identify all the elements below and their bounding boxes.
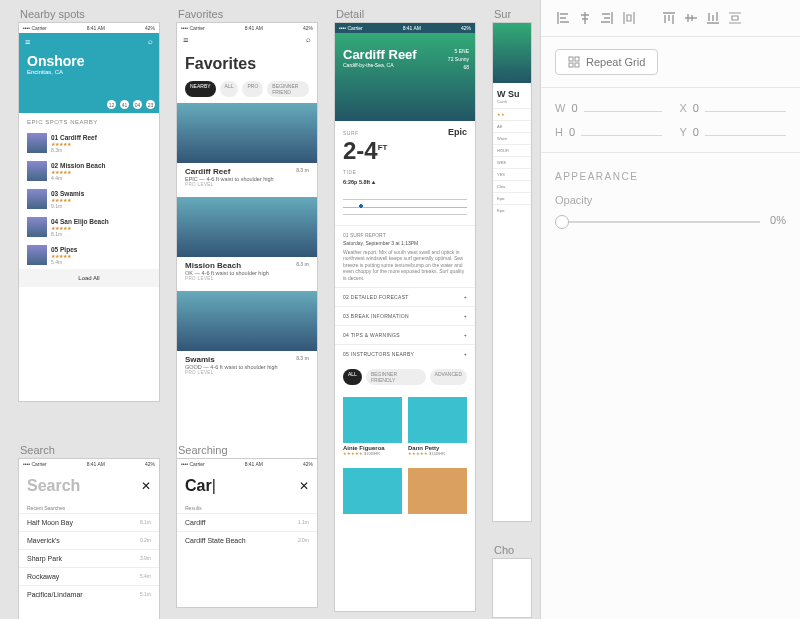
align-center-v-icon[interactable] (683, 10, 699, 26)
brand-logo: Onshore (27, 53, 85, 69)
svg-rect-3 (575, 63, 579, 67)
menu-icon[interactable]: ≡ (183, 35, 188, 45)
fav-photo (177, 197, 317, 257)
spot-thumb (27, 161, 47, 181)
spot-row[interactable]: 01 Cardiff Reef ★★★★★ 8.3m (19, 129, 159, 157)
plus-icon: + (464, 351, 467, 357)
artboard-label-choose: Cho (492, 540, 516, 560)
spot-row[interactable]: 03 Swamis ★★★★★ 9.1m (19, 185, 159, 213)
opacity-slider[interactable]: 0% (555, 214, 786, 230)
artboard-search[interactable]: •••• Carrier8:41 AM42% ✕ Search Recent S… (18, 458, 160, 619)
opacity-label: Opacity (555, 194, 786, 206)
svg-rect-1 (575, 57, 579, 61)
search-result[interactable]: Pacifica/Lindamar5.1m (19, 585, 159, 603)
section-heading: EPIC SPOTS NEARBY (19, 113, 159, 129)
artboard-surf-report[interactable]: W Su Cardi ★★ AEWaveHOURWEEYESCleaEpicEp… (492, 22, 532, 522)
fav-item[interactable]: Mission Beach8.3 m OK — 4-6 ft waist to … (177, 257, 317, 291)
tide-chart (343, 195, 467, 219)
fav-item[interactable]: Swamis8.3 m GOOD — 4-6 ft waist to shoul… (177, 351, 317, 385)
x-input[interactable]: 0 (693, 102, 699, 114)
accordion-row[interactable]: 03 BREAK INFORMATION+ (335, 306, 475, 325)
height-input[interactable]: 0 (569, 126, 575, 138)
surf-report-heading: 01 SURF REPORT (335, 225, 475, 240)
search-result[interactable]: Half Moon Bay8.1m (19, 513, 159, 531)
fav-photo (177, 291, 317, 351)
align-toolbar (541, 0, 800, 37)
artboard-label-favorites: Favorites (176, 4, 225, 24)
surf-report-body: Saturday, September 3 at 1:13PM Weather … (335, 240, 475, 287)
close-icon[interactable]: ✕ (299, 479, 309, 493)
artboard-label-nearby: Nearby spots (18, 4, 87, 24)
search-result[interactable]: Rockaway5.4m (19, 567, 159, 585)
artboard-label-surf: Sur (492, 4, 513, 24)
artboard-label-search: Search (18, 440, 57, 460)
menu-icon[interactable]: ≡ (25, 37, 30, 47)
instructor-card[interactable]: Dann Petty ★★★★★ $140/HR (408, 397, 467, 456)
align-top-icon[interactable] (661, 10, 677, 26)
width-input[interactable]: 0 (571, 102, 577, 114)
artboard-nearby[interactable]: •••• Carrier8:41 AM42% ≡ ⌕ Onshore Encin… (18, 22, 160, 402)
grid-icon (568, 56, 580, 68)
load-all-button[interactable]: Load All (19, 269, 159, 287)
search-input[interactable]: Car| (177, 469, 317, 503)
fav-photo (177, 103, 317, 163)
spot-thumb (27, 189, 47, 209)
spot-thumb (27, 245, 47, 265)
align-center-h-icon[interactable] (577, 10, 593, 26)
search-input[interactable]: Search (19, 469, 159, 503)
artboard-detail[interactable]: •••• Carrier8:41 AM42% Cardiff Reef Card… (334, 22, 476, 612)
search-result[interactable]: Cardiff State Beach2.0m (177, 531, 317, 549)
weather-block: 5 ENE 72 Sunny 68 (448, 47, 469, 71)
brand-city: Encinitas, CA (27, 69, 63, 75)
design-canvas[interactable]: Nearby spots •••• Carrier8:41 AM42% ≡ ⌕ … (0, 0, 540, 619)
status-bar: •••• Carrier8:41 AM42% (335, 23, 475, 33)
search-icon[interactable]: ⌕ (306, 35, 311, 45)
status-bar: •••• Carrier8:41 AM42% (177, 23, 317, 33)
artboard-searching[interactable]: •••• Carrier8:41 AM42% ✕ Car| Results Ca… (176, 458, 318, 608)
accordion-row[interactable]: 04 TIPS & WARNINGS+ (335, 325, 475, 344)
distribute-v-icon[interactable] (727, 10, 743, 26)
opacity-value: 0% (770, 214, 786, 226)
search-result[interactable]: Sharp Park3.9m (19, 549, 159, 567)
align-left-icon[interactable] (555, 10, 571, 26)
accordion-row[interactable]: 05 INSTRUCTORS NEARBY+ (335, 344, 475, 363)
search-result[interactable]: Maverick's0.2m (19, 531, 159, 549)
spot-row[interactable]: 04 San Elijo Beach ★★★★★ 8.1m (19, 213, 159, 241)
align-right-icon[interactable] (599, 10, 615, 26)
spot-thumb (27, 133, 47, 153)
plus-icon: + (464, 294, 467, 300)
search-icon[interactable]: ⌕ (148, 37, 153, 46)
plus-icon: + (464, 332, 467, 338)
plus-icon: + (464, 313, 467, 319)
svg-rect-0 (569, 57, 573, 61)
detail-subtitle: Cardiff-by-the-Sea, CA (343, 62, 393, 68)
artboard-choose[interactable] (492, 558, 532, 618)
svg-rect-2 (569, 63, 573, 67)
slider-thumb[interactable] (555, 215, 569, 229)
spot-row[interactable]: 02 Mission Beach ★★★★★ 4.4m (19, 157, 159, 185)
appearance-heading: APPEARANCE (541, 153, 800, 186)
artboard-label-detail: Detail (334, 4, 366, 24)
filter-pills: NEARBY ALL PRO BEGINNER FRIEND (177, 81, 317, 103)
align-bottom-icon[interactable] (705, 10, 721, 26)
search-result[interactable]: Cardiff1.1m (177, 513, 317, 531)
properties-panel: Repeat Grid W0 X0 H0 Y0 APPEARANCE Opaci… (540, 0, 800, 619)
wave-height: 2-4FT (335, 137, 475, 165)
pill-nearby[interactable]: NEARBY (185, 81, 216, 97)
tide-value: 6:26p 5.8ft ▴ (335, 175, 475, 189)
instructor-card[interactable]: Ainie Figueroa ★★★★★ $100/HR (343, 397, 402, 456)
transform-section: W0 X0 H0 Y0 (541, 87, 800, 153)
spot-row[interactable]: 05 Pipes ★★★★★ 5.4m (19, 241, 159, 269)
fav-item[interactable]: Cardiff Reef8.3 m EPIC — 4-6 ft waist to… (177, 163, 317, 197)
favorites-title: Favorites (177, 47, 317, 81)
accordion-row[interactable]: 02 DETAILED FORECAST+ (335, 287, 475, 306)
status-bar: •••• Carrier8:41 AM42% (19, 23, 159, 33)
artboard-label-searching: Searching (176, 440, 230, 460)
distribute-h-icon[interactable] (621, 10, 637, 26)
close-icon[interactable]: ✕ (141, 479, 151, 493)
repeat-grid-button[interactable]: Repeat Grid (555, 49, 658, 75)
detail-title: Cardiff Reef (343, 47, 417, 62)
spot-thumb (27, 217, 47, 237)
y-input[interactable]: 0 (693, 126, 699, 138)
artboard-favorites[interactable]: •••• Carrier8:41 AM42% ≡ ⌕ Favorites NEA… (176, 22, 318, 492)
